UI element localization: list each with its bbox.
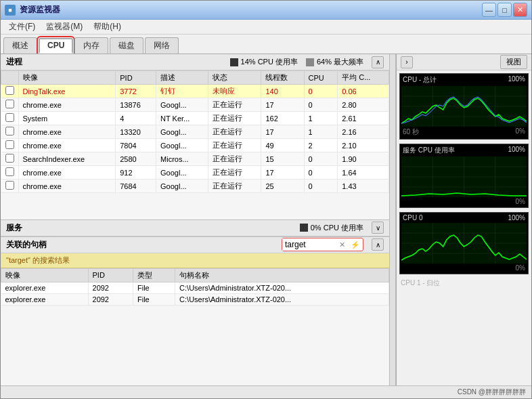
- process-table-row[interactable]: chrome.exe 13320 Googl... 正在运行 17 1 2.16: [1, 125, 389, 139]
- handle-row-pid: 2092: [88, 282, 133, 293]
- row-desc: NT Ker...: [156, 112, 208, 125]
- title-bar: ■ 资源监视器 — □ ✕: [1, 1, 531, 20]
- row-checkbox-cell[interactable]: [1, 112, 19, 125]
- row-avg: 1.43: [338, 180, 389, 193]
- row-state: 正在运行: [208, 125, 261, 139]
- process-table-row[interactable]: DingTalk.exe 3772 钉钉 未响应 140 0 0.06: [1, 85, 389, 98]
- handles-col-handle: 句柄名称: [175, 268, 389, 282]
- minimize-button[interactable]: —: [482, 3, 496, 17]
- handles-table-container: 映像 PID 类型 句柄名称 explorer.exe 2092 File C:…: [1, 268, 389, 386]
- process-table-row[interactable]: SearchIndexer.exe 2580 Micros... 正在运行 15…: [1, 152, 389, 166]
- row-cpu: 1: [304, 112, 338, 125]
- handles-col-image: 映像: [1, 268, 89, 282]
- tab-bar: 概述 CPU 内存 磁盘 网络: [1, 35, 531, 54]
- tab-disk[interactable]: 磁盘: [110, 37, 143, 54]
- handles-table-row[interactable]: explorer.exe 2092 File C:\Users\Administ…: [1, 293, 389, 305]
- process-table-row[interactable]: chrome.exe 912 Googl... 正在运行 17 0 1.64: [1, 166, 389, 180]
- row-pid: 7804: [116, 139, 156, 152]
- process-table-row[interactable]: System 4 NT Ker... 正在运行 162 1 2.61: [1, 112, 389, 125]
- row-checkbox-cell[interactable]: [1, 166, 19, 180]
- row-checkbox-cell[interactable]: [1, 152, 19, 166]
- title-controls: — □ ✕: [482, 3, 527, 17]
- tab-overview[interactable]: 概述: [3, 37, 37, 54]
- handles-col-type: 类型: [133, 268, 175, 282]
- cpu-total-canvas: [401, 86, 527, 127]
- handles-table-body: explorer.exe 2092 File C:\Users\Administ…: [1, 282, 389, 305]
- row-cpu: 0: [304, 166, 338, 180]
- right-expand-button[interactable]: ›: [401, 56, 413, 68]
- row-image: chrome.exe: [18, 125, 116, 139]
- handle-row-image: explorer.exe: [1, 282, 89, 293]
- row-checkbox-cell[interactable]: [1, 125, 19, 139]
- services-section-title: 服务: [6, 222, 22, 234]
- process-table-header-row: 映像 PID 描述 状态 线程数 CPU 平均 C...: [1, 71, 389, 85]
- process-expand-button[interactable]: ∧: [372, 56, 384, 68]
- row-image: DingTalk.exe: [18, 85, 116, 98]
- process-table-row[interactable]: chrome.exe 7684 Googl... 正在运行 25 0 1.43: [1, 180, 389, 193]
- tab-memory[interactable]: 内存: [74, 37, 108, 54]
- row-checkbox-cell[interactable]: [1, 180, 19, 193]
- menu-help[interactable]: 帮助(H): [88, 20, 127, 34]
- tab-network[interactable]: 网络: [145, 37, 179, 54]
- handles-search-input[interactable]: [282, 238, 336, 251]
- row-avg: 1.90: [338, 152, 389, 166]
- row-cpu: 0: [304, 180, 338, 193]
- handles-section-title: 关联的句柄: [6, 239, 47, 251]
- main-window: ■ 资源监视器 — □ ✕ 文件(F) 监视器(M) 帮助(H) 概述 CPU …: [0, 0, 532, 399]
- service-cpu-chart-title: 服务 CPU 使用率 100%: [401, 146, 527, 155]
- cpu0-chart: CPU 0 100%: [399, 212, 529, 274]
- row-threads: 140: [261, 85, 304, 98]
- process-section-title: 进程: [6, 56, 22, 68]
- handles-expand-button[interactable]: ∧: [372, 238, 384, 251]
- row-avg: 0.06: [338, 85, 389, 98]
- view-button[interactable]: 视图: [500, 55, 527, 69]
- menu-bar: 文件(F) 监视器(M) 帮助(H): [1, 20, 531, 35]
- services-expand-button[interactable]: ∨: [372, 222, 384, 234]
- services-cpu-square-icon: [300, 224, 308, 232]
- menu-file[interactable]: 文件(F): [3, 20, 41, 34]
- search-go-icon[interactable]: ⚡: [348, 240, 363, 250]
- cpu-total-chart-footer: 60 秒 0%: [401, 127, 527, 138]
- row-checkbox-cell[interactable]: [1, 98, 19, 112]
- cpu-usage-indicator: 14% CPU 使用率: [230, 57, 298, 67]
- menu-monitor[interactable]: 监视器(M): [41, 20, 88, 34]
- row-avg: 2.80: [338, 98, 389, 112]
- row-checkbox-cell[interactable]: [1, 139, 19, 152]
- cpu1-label: CPU 1 - 归位: [399, 278, 529, 288]
- row-checkbox-cell[interactable]: [1, 85, 19, 98]
- process-table-row[interactable]: chrome.exe 13876 Googl... 正在运行 17 0 2.80: [1, 98, 389, 112]
- process-max-freq: 64% 最大频率: [317, 57, 363, 67]
- row-desc: Googl...: [156, 180, 208, 193]
- process-cpu-usage: 14% CPU 使用率: [241, 57, 298, 67]
- col-avg: 平均 C...: [338, 71, 389, 85]
- service-cpu-chart-footer: 0%: [401, 197, 527, 206]
- title-bar-left: ■ 资源监视器: [5, 4, 60, 16]
- row-avg: 1.64: [338, 166, 389, 180]
- row-cpu: 0: [304, 152, 338, 166]
- vertical-scrollbar[interactable]: [389, 54, 396, 385]
- maximize-button[interactable]: □: [497, 3, 512, 17]
- close-button[interactable]: ✕: [513, 3, 527, 17]
- handles-section-header: 关联的句柄 ✕ ⚡ ∧: [1, 237, 389, 253]
- row-pid: 13320: [116, 125, 156, 139]
- handle-row-pid: 2092: [88, 293, 133, 305]
- row-state: 正在运行: [208, 152, 261, 166]
- process-table-body: DingTalk.exe 3772 钉钉 未响应 140 0 0.06 chro…: [1, 85, 389, 193]
- tab-cpu[interactable]: CPU: [39, 38, 73, 54]
- handles-table-row[interactable]: explorer.exe 2092 File C:\Users\Administ…: [1, 282, 389, 293]
- main-content: 进程 14% CPU 使用率 64% 最大频率 ∧: [1, 54, 531, 385]
- services-cpu-usage: 0% CPU 使用率: [311, 223, 363, 233]
- row-cpu: 1: [304, 125, 338, 139]
- process-table-row[interactable]: chrome.exe 7804 Googl... 正在运行 49 2 2.10: [1, 139, 389, 152]
- cpu-total-chart: CPU - 总计 100%: [399, 73, 529, 140]
- row-threads: 49: [261, 139, 304, 152]
- left-panel: 进程 14% CPU 使用率 64% 最大频率 ∧: [1, 54, 389, 385]
- service-cpu-chart: 服务 CPU 使用率 100%: [399, 144, 529, 208]
- row-state: 正在运行: [208, 139, 261, 152]
- row-pid: 3772: [116, 85, 156, 98]
- col-cpu: CPU: [304, 71, 338, 85]
- col-checkbox: [1, 71, 19, 85]
- services-section-header: 服务 0% CPU 使用率 ∨: [1, 220, 389, 236]
- row-desc: Googl...: [156, 166, 208, 180]
- search-clear-icon[interactable]: ✕: [336, 240, 348, 249]
